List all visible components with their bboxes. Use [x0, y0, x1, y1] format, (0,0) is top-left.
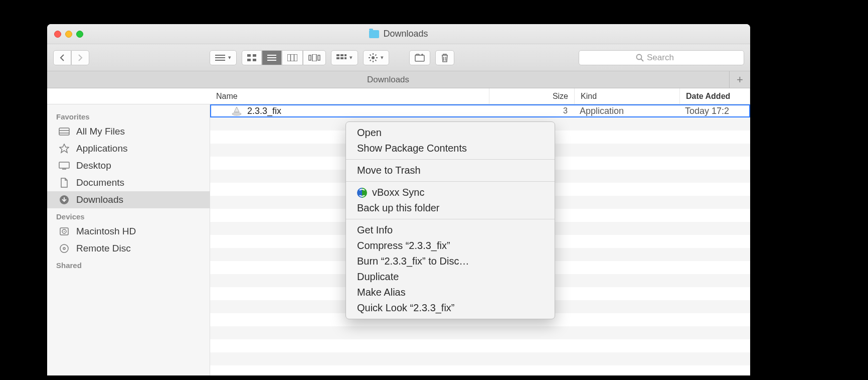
folder-icon — [369, 30, 379, 38]
svg-point-14 — [372, 56, 375, 59]
sidebar-item-label: Downloads — [76, 194, 123, 205]
chevron-down-icon: ▾ — [350, 54, 353, 61]
trash-icon — [441, 53, 449, 62]
ctx-burn[interactable]: Burn “2.3.3_fix” to Disc… — [346, 254, 555, 269]
sidebar-item-label: Remote Disc — [76, 243, 131, 254]
coverflow-view-button[interactable] — [303, 50, 326, 65]
sidebar-item-remote-disc[interactable]: Remote Disc — [47, 240, 210, 257]
icon-view-button[interactable] — [242, 50, 262, 65]
window-title: Downloads — [47, 29, 750, 39]
file-kind: Application — [574, 106, 679, 116]
sidebar-item-macintosh-hd[interactable]: Macintosh HD — [47, 223, 210, 240]
svg-rect-3 — [253, 59, 256, 61]
svg-rect-2 — [247, 59, 251, 61]
search-field[interactable] — [579, 50, 744, 65]
svg-point-22 — [64, 231, 65, 232]
context-menu: Open Show Package Contents Move to Trash… — [345, 121, 555, 319]
ctx-back-up-folder[interactable]: Back up this folder — [346, 200, 555, 216]
sidebar-item-applications[interactable]: Applications — [47, 140, 210, 157]
svg-rect-17 — [59, 128, 69, 135]
disc-icon — [58, 243, 70, 254]
column-size[interactable]: Size — [489, 88, 575, 104]
finder-window: Downloads ▾ — [47, 24, 750, 375]
file-name: 2.3.3_fix — [247, 106, 281, 116]
svg-point-23 — [60, 244, 68, 252]
new-tab-button[interactable]: + — [729, 71, 750, 88]
sidebar-item-label: Desktop — [76, 160, 111, 171]
svg-rect-8 — [336, 54, 339, 56]
ctx-compress[interactable]: Compress “2.3.3_fix” — [346, 238, 555, 254]
group-menu[interactable]: ▾ — [331, 50, 358, 65]
svg-rect-7 — [318, 55, 320, 60]
share-button[interactable] — [409, 50, 430, 65]
gear-icon — [369, 53, 378, 62]
sidebar-section-shared: Shared — [47, 257, 210, 272]
svg-rect-4 — [287, 54, 297, 61]
svg-rect-1 — [253, 54, 256, 57]
column-kind[interactable]: Kind — [575, 88, 680, 104]
sidebar-item-desktop[interactable]: Desktop — [47, 157, 210, 174]
minimize-window-button[interactable] — [65, 31, 72, 38]
sidebar-item-downloads[interactable]: Downloads — [47, 191, 210, 208]
sidebar-item-label: Macintosh HD — [76, 226, 136, 237]
ctx-make-alias[interactable]: Make Alias — [346, 285, 555, 300]
svg-rect-13 — [344, 57, 346, 59]
ctx-separator — [346, 219, 555, 219]
list-view-button[interactable] — [262, 50, 282, 65]
forward-button[interactable] — [71, 50, 89, 65]
ctx-separator — [346, 181, 555, 182]
nav-buttons — [53, 50, 89, 65]
ctx-quick-look[interactable]: Quick Look “2.3.3_fix” — [346, 300, 555, 316]
applications-icon — [58, 144, 70, 154]
svg-rect-12 — [340, 57, 343, 59]
svg-point-24 — [63, 247, 65, 249]
sidebar-item-label: All My Files — [76, 126, 125, 137]
svg-rect-9 — [340, 54, 343, 56]
sidebar: Favorites All My Files Applications Desk… — [47, 104, 210, 375]
traffic-lights — [47, 31, 83, 38]
file-row[interactable]: 2.3.3_fix 3 Application Today 17:2 — [210, 104, 750, 117]
zoom-window-button[interactable] — [76, 31, 83, 38]
chevron-down-icon: ▾ — [381, 54, 384, 61]
ctx-show-package-contents[interactable]: Show Package Contents — [346, 141, 555, 156]
ctx-separator — [346, 159, 555, 160]
svg-point-25 — [232, 112, 241, 115]
close-window-button[interactable] — [54, 31, 61, 38]
documents-icon — [58, 178, 70, 188]
column-name[interactable]: Name — [210, 88, 489, 104]
ctx-get-info[interactable]: Get Info — [346, 222, 555, 238]
svg-rect-6 — [312, 54, 316, 61]
sidebar-item-label: Documents — [76, 177, 124, 188]
sidebar-section-favorites: Favorites — [47, 108, 210, 123]
sidebar-item-all-my-files[interactable]: All My Files — [47, 123, 210, 140]
tab-downloads[interactable]: Downloads — [47, 71, 729, 88]
delete-button[interactable] — [435, 50, 454, 65]
back-button[interactable] — [53, 50, 71, 65]
svg-rect-0 — [247, 54, 251, 57]
chevron-down-icon: ▾ — [228, 54, 231, 61]
downloads-icon — [58, 195, 70, 205]
ctx-vboxx-sync[interactable]: vBoxx Sync — [346, 185, 555, 200]
file-name-cell: 2.3.3_fix — [211, 105, 488, 116]
svg-rect-11 — [336, 57, 339, 59]
window-title-text: Downloads — [383, 29, 428, 39]
all-files-icon — [58, 126, 70, 137]
sidebar-section-devices: Devices — [47, 208, 210, 223]
view-mode-buttons — [242, 50, 326, 65]
ctx-duplicate[interactable]: Duplicate — [346, 269, 555, 285]
arrange-menu[interactable]: ▾ — [210, 50, 237, 65]
svg-rect-5 — [309, 55, 311, 60]
column-headers: Name Size Kind Date Added — [47, 88, 750, 104]
sidebar-item-documents[interactable]: Documents — [47, 174, 210, 191]
file-size: 3 — [488, 106, 574, 115]
search-input[interactable] — [647, 53, 687, 63]
svg-point-16 — [637, 54, 642, 59]
action-menu[interactable]: ▾ — [363, 50, 389, 65]
column-view-button[interactable] — [282, 50, 303, 65]
ctx-open[interactable]: Open — [346, 125, 555, 141]
ctx-move-to-trash[interactable]: Move to Trash — [346, 163, 555, 178]
column-date-added[interactable]: Date Added — [680, 88, 750, 104]
tab-bar: Downloads + — [47, 71, 750, 88]
toolbar: ▾ ▾ ▾ — [47, 44, 750, 71]
file-date: Today 17:2 — [679, 106, 749, 116]
